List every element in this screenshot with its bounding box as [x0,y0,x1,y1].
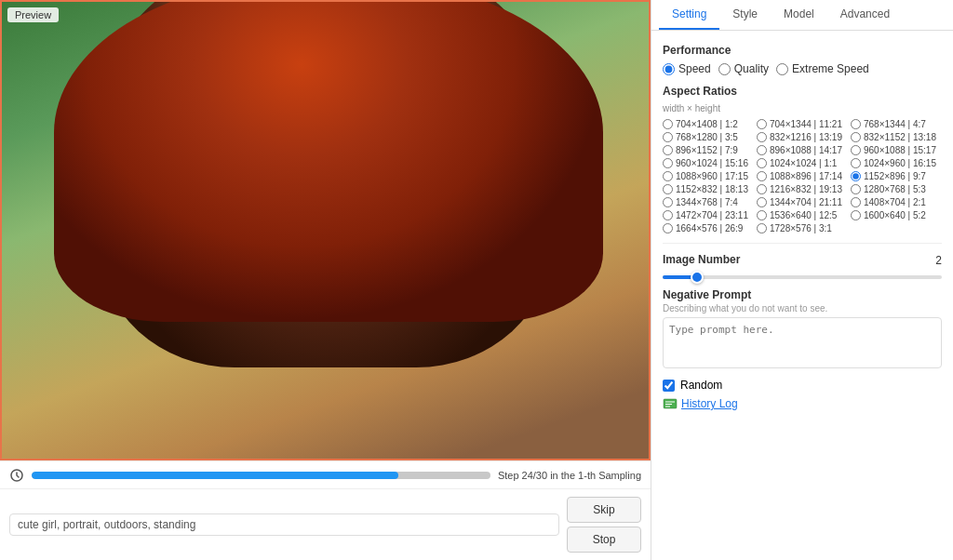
ratio-label: 1088×896 | 17:14 [770,171,842,181]
tab-advanced[interactable]: Advanced [827,0,903,30]
ratio-radio[interactable] [757,119,767,129]
ratio-label: 704×1408 | 1:2 [676,119,738,129]
performance-quality-label: Quality [734,62,769,75]
ratio-option[interactable]: 1728×576 | 3:1 [757,223,848,233]
ratio-option[interactable]: 960×1088 | 15:17 [851,145,942,155]
tab-setting[interactable]: Setting [659,0,719,30]
ratio-radio[interactable] [851,210,861,220]
performance-extreme[interactable]: Extreme Speed [776,62,869,75]
ratio-option[interactable]: 1088×896 | 17:14 [757,171,848,181]
ratio-radio[interactable] [757,145,767,155]
ratio-radio[interactable] [663,197,673,207]
negative-prompt-input[interactable] [663,317,942,368]
ratio-option[interactable]: 960×1024 | 15:16 [663,158,754,168]
ratio-radio[interactable] [757,184,767,194]
ratio-option[interactable]: 1536×640 | 12:5 [757,210,848,220]
ratio-radio[interactable] [851,158,861,168]
ratio-label: 832×1152 | 13:18 [864,132,936,142]
progress-label: Step 24/30 in the 1-th Sampling [498,470,641,481]
performance-speed[interactable]: Speed [663,62,711,75]
ratio-label: 1536×640 | 12:5 [770,210,837,220]
ratio-radio[interactable] [851,145,861,155]
ratio-option[interactable]: 768×1280 | 3:5 [663,132,754,142]
ratio-radio[interactable] [851,119,861,129]
ratio-label: 768×1344 | 4:7 [864,119,926,129]
aspect-ratio-sublabel: width × height [663,103,942,113]
ratio-radio[interactable] [663,223,673,233]
progress-bar-row: Step 24/30 in the 1-th Sampling [0,460,651,488]
ratio-radio[interactable] [757,197,767,207]
ratio-option[interactable]: 832×1152 | 13:18 [851,132,942,142]
ratio-option[interactable]: 704×1408 | 1:2 [663,119,754,129]
ratio-option[interactable]: 896×1088 | 14:17 [757,145,848,155]
image-number-value: 2 [935,254,942,267]
ratio-option[interactable]: 1024×1024 | 1:1 [757,158,848,168]
history-icon [663,397,678,410]
ratio-option[interactable]: 1024×960 | 16:15 [851,158,942,168]
random-checkbox[interactable] [663,380,675,392]
ratio-radio[interactable] [757,223,767,233]
ratio-option[interactable]: 1152×896 | 9:7 [851,171,942,181]
ratio-radio[interactable] [851,171,861,181]
negative-prompt-sublabel: Describing what you do not want to see. [663,303,942,313]
tabs-bar: Setting Style Model Advanced [651,0,953,31]
ratio-option[interactable]: 1408×704 | 2:1 [851,197,942,207]
ratio-radio[interactable] [663,119,673,129]
ratio-label: 1280×768 | 5:3 [864,184,926,194]
performance-quality[interactable]: Quality [718,62,769,75]
ratio-label: 1664×576 | 26:9 [676,223,743,233]
history-log-label: History Log [681,397,738,410]
ratio-option[interactable]: 832×1216 | 13:19 [757,132,848,142]
ratio-radio[interactable] [663,132,673,142]
ratio-radio[interactable] [663,184,673,194]
ratio-label: 1152×832 | 18:13 [676,184,748,194]
ratio-label: 1408×704 | 2:1 [864,197,926,207]
panel-content: Performance Speed Quality Extreme Speed … [651,31,953,560]
image-number-slider[interactable] [663,275,942,279]
ratio-radio[interactable] [757,132,767,142]
ratio-radio[interactable] [757,210,767,220]
ratio-option[interactable]: 1216×832 | 19:13 [757,184,848,194]
ratio-option[interactable]: 1472×704 | 23:11 [663,210,754,220]
ratio-option[interactable]: 704×1344 | 11:21 [757,119,848,129]
random-label: Random [680,379,722,392]
ratio-option[interactable]: 1664×576 | 26:9 [663,223,754,233]
ratio-radio[interactable] [757,171,767,181]
bottom-row: cute girl, portrait, outdoors, standing … [0,488,651,560]
ratio-radio[interactable] [663,158,673,168]
ratio-label: 1600×640 | 5:2 [864,210,926,220]
ratio-radio[interactable] [757,158,767,168]
skip-button[interactable]: Skip [567,497,641,523]
ratio-option[interactable]: 1088×960 | 17:15 [663,171,754,181]
performance-label: Performance [663,44,942,57]
history-log-link[interactable]: History Log [663,397,942,410]
performance-speed-radio[interactable] [663,63,675,75]
ratio-radio[interactable] [851,197,861,207]
ratio-option[interactable]: 1152×832 | 18:13 [663,184,754,194]
ratio-radio[interactable] [663,145,673,155]
right-panel: Setting Style Model Advanced Performance… [651,0,953,560]
ratio-radio[interactable] [663,210,673,220]
performance-speed-label: Speed [678,62,711,75]
slider-thumb [691,271,704,284]
ratio-option[interactable]: 896×1152 | 7:9 [663,145,754,155]
ratio-option[interactable]: 1344×768 | 7:4 [663,197,754,207]
ratio-option[interactable]: 1600×640 | 5:2 [851,210,942,220]
ratio-radio[interactable] [851,184,861,194]
ratio-label: 1728×576 | 3:1 [770,223,832,233]
stop-button[interactable]: Stop [567,527,641,553]
ratio-radio[interactable] [851,132,861,142]
ratio-option[interactable]: 768×1344 | 4:7 [851,119,942,129]
tab-style[interactable]: Style [719,0,771,30]
performance-extreme-radio[interactable] [776,63,788,75]
ratio-option[interactable]: 1344×704 | 21:11 [757,197,848,207]
random-row: Random [663,379,942,392]
performance-quality-radio[interactable] [718,63,731,75]
ratio-radio[interactable] [663,171,673,181]
ratio-label: 704×1344 | 11:21 [770,119,842,129]
tab-model[interactable]: Model [771,0,827,30]
ratio-label: 960×1088 | 15:17 [864,145,936,155]
ratio-label: 960×1024 | 15:16 [676,158,748,168]
ratio-label: 1088×960 | 17:15 [676,171,748,181]
ratio-option[interactable]: 1280×768 | 5:3 [851,184,942,194]
